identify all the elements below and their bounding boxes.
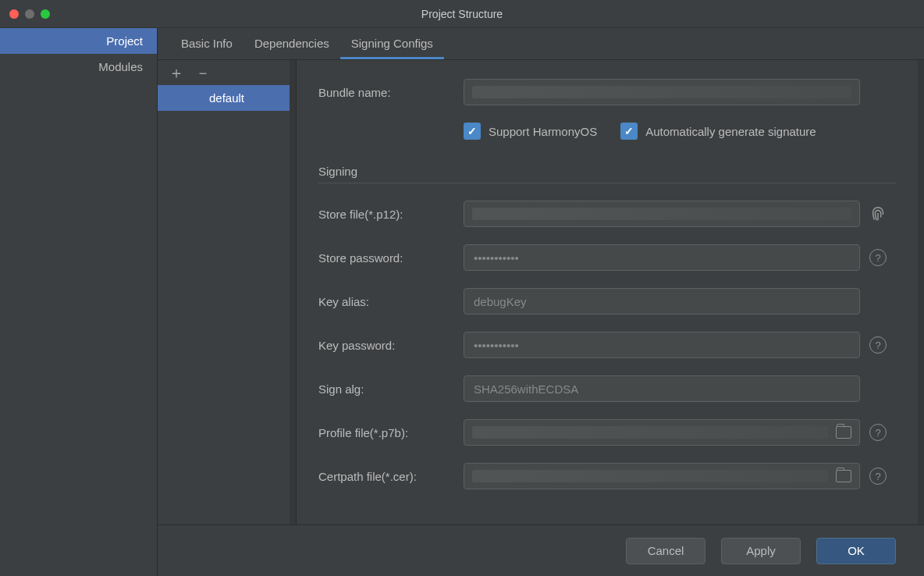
remove-config-icon[interactable]: － bbox=[195, 65, 211, 80]
window-title: Project Structure bbox=[421, 8, 503, 20]
add-config-icon[interactable]: ＋ bbox=[169, 65, 184, 80]
label-bundle-name: Bundle name: bbox=[318, 86, 464, 99]
form-area: Bundle name: ✓ Support HarmonyOS ✓ Autom… bbox=[297, 60, 918, 524]
label-profile-file: Profile file(*.p7b): bbox=[318, 426, 464, 439]
row-certpath-file: Certpath file(*.cer): ? bbox=[318, 463, 896, 489]
help-icon[interactable]: ? bbox=[869, 424, 887, 441]
tab-label: Signing Configs bbox=[351, 37, 433, 50]
cancel-button[interactable]: Cancel bbox=[626, 538, 705, 564]
checkbox-label: Support HarmonyOS bbox=[489, 125, 597, 138]
content: ＋ － default Bundle name: bbox=[158, 60, 924, 524]
tab-label: Basic Info bbox=[181, 37, 233, 50]
input-key-alias[interactable] bbox=[464, 288, 860, 315]
main-panel: Basic Info Dependencies Signing Configs … bbox=[158, 28, 924, 576]
row-bundle-name: Bundle name: bbox=[318, 79, 896, 105]
checkbox-support-harmonyos[interactable]: ✓ Support HarmonyOS bbox=[464, 123, 597, 140]
help-icon[interactable]: ? bbox=[869, 249, 887, 266]
divider bbox=[318, 183, 896, 183]
help-icon[interactable]: ? bbox=[869, 468, 887, 485]
maximize-window-icon[interactable] bbox=[41, 9, 50, 19]
trail-help: ? bbox=[860, 424, 896, 441]
configs-list: default bbox=[158, 85, 296, 524]
label-key-alias: Key alias: bbox=[318, 295, 464, 308]
row-store-password: Store password: ? bbox=[318, 244, 896, 271]
titlebar: Project Structure bbox=[0, 0, 924, 28]
row-key-password: Key password: ? bbox=[318, 332, 896, 358]
input-inner bbox=[464, 420, 836, 445]
input-profile-file[interactable] bbox=[464, 419, 860, 446]
configs-toolbar: ＋ － bbox=[158, 60, 296, 85]
configs-panel: ＋ － default bbox=[158, 60, 297, 524]
trail-fingerprint bbox=[860, 205, 896, 222]
traffic-lights bbox=[0, 9, 50, 19]
input-certpath-file[interactable] bbox=[464, 463, 860, 489]
checkbox-auto-generate[interactable]: ✓ Automatically generate signature bbox=[620, 123, 816, 140]
row-profile-file: Profile file(*.p7b): ? bbox=[318, 419, 896, 446]
checkmark-icon: ✓ bbox=[464, 123, 481, 140]
help-icon[interactable]: ? bbox=[869, 336, 887, 354]
window: Project Structure Project Modules Basic … bbox=[0, 0, 924, 576]
body: Project Modules Basic Info Dependencies … bbox=[0, 28, 924, 576]
close-window-icon[interactable] bbox=[9, 9, 19, 19]
sidebar-item-label: Modules bbox=[98, 60, 143, 73]
browse-folder-icon[interactable] bbox=[836, 426, 851, 439]
checkbox-row: ✓ Support HarmonyOS ✓ Automatically gene… bbox=[464, 123, 896, 140]
tab-label: Dependencies bbox=[254, 37, 329, 50]
input-key-password[interactable] bbox=[464, 332, 860, 358]
label-key-password: Key password: bbox=[318, 339, 464, 352]
row-key-alias: Key alias: bbox=[318, 288, 896, 315]
tab-signing-configs[interactable]: Signing Configs bbox=[340, 28, 444, 59]
label-store-file: Store file(*.p12): bbox=[318, 208, 464, 221]
input-sign-alg[interactable] bbox=[464, 375, 860, 402]
button-label: Cancel bbox=[648, 544, 684, 557]
sidebar-item-project[interactable]: Project bbox=[0, 28, 157, 54]
button-label: Apply bbox=[746, 544, 776, 557]
trail-help: ? bbox=[860, 468, 896, 485]
sidebar-item-label: Project bbox=[106, 34, 143, 48]
label-certpath-file: Certpath file(*.cer): bbox=[318, 470, 464, 483]
tab-dependencies[interactable]: Dependencies bbox=[243, 28, 340, 59]
footer: Cancel Apply OK bbox=[158, 524, 924, 576]
button-label: OK bbox=[848, 544, 865, 557]
configs-scrollbar[interactable] bbox=[290, 60, 296, 524]
browse-folder-icon[interactable] bbox=[836, 470, 851, 482]
row-store-file: Store file(*.p12): bbox=[318, 201, 896, 227]
sidebar: Project Modules bbox=[0, 28, 158, 576]
input-store-file[interactable] bbox=[464, 201, 860, 227]
checkbox-label: Automatically generate signature bbox=[645, 125, 816, 138]
form-scrollbar[interactable] bbox=[918, 60, 924, 524]
fingerprint-icon[interactable] bbox=[869, 205, 887, 222]
input-inner bbox=[464, 464, 836, 489]
trail-help: ? bbox=[860, 336, 896, 354]
tabs: Basic Info Dependencies Signing Configs bbox=[158, 28, 924, 60]
trail-help: ? bbox=[860, 249, 896, 266]
sidebar-item-modules[interactable]: Modules bbox=[0, 54, 157, 80]
label-sign-alg: Sign alg: bbox=[318, 382, 464, 396]
checkmark-icon: ✓ bbox=[620, 123, 638, 140]
ok-button[interactable]: OK bbox=[816, 538, 896, 564]
input-bundle-name[interactable] bbox=[464, 79, 860, 105]
apply-button[interactable]: Apply bbox=[721, 538, 801, 564]
row-sign-alg: Sign alg: bbox=[318, 375, 896, 402]
input-store-password[interactable] bbox=[464, 244, 860, 271]
config-item-default[interactable]: default bbox=[158, 85, 296, 111]
config-item-label: default bbox=[209, 91, 244, 105]
label-store-password: Store password: bbox=[318, 251, 464, 265]
minimize-window-icon[interactable] bbox=[25, 9, 34, 19]
section-signing-title: Signing bbox=[318, 165, 896, 178]
tab-basic-info[interactable]: Basic Info bbox=[170, 28, 243, 59]
